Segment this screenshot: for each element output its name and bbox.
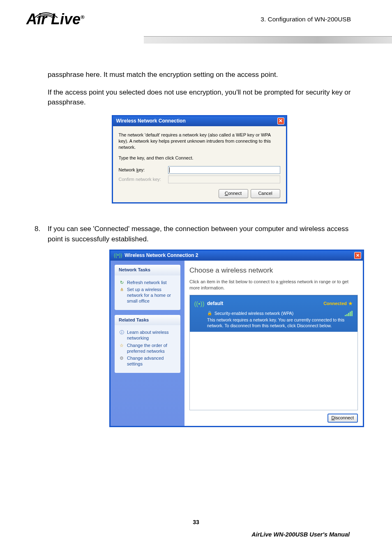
- logo-text: Air Live: [26, 11, 81, 28]
- refresh-network-list[interactable]: ↻ Refresh network list: [119, 280, 176, 286]
- window-title: Wireless Network Connection 2: [125, 252, 198, 259]
- wireless-connection-window: ((•)) Wireless Network Connection 2 ✕ Ne…: [109, 250, 364, 427]
- paragraph-noencryption: If the access point you selected does no…: [48, 88, 351, 108]
- network-item-default[interactable]: ((•)) default Connected ★ 🔒 Security-ena…: [190, 295, 357, 332]
- step-text: If you can see 'Connected' message, the …: [48, 224, 351, 244]
- connection-status: Connected ★: [323, 301, 353, 307]
- related-tasks-group: Related Tasks ⓘ Learn about wireless net…: [115, 315, 180, 373]
- confirm-key-input: [168, 176, 280, 183]
- disconnect-button[interactable]: Disconnect: [327, 414, 358, 423]
- page-number: 33: [0, 519, 392, 525]
- network-key-dialog: Wireless Network Connection ✕ The networ…: [112, 115, 287, 204]
- label-network-key: Network key:: [119, 167, 168, 173]
- dialog-hint: Type the key, and then click Connect.: [119, 155, 280, 161]
- setup-wireless-network[interactable]: ⋔ Set up a wireless network for a home o…: [119, 287, 176, 304]
- network-tasks-group: Network Tasks ↻ Refresh network list ⋔ S…: [115, 265, 180, 310]
- info-icon: ⓘ: [119, 330, 125, 335]
- close-button[interactable]: ✕: [354, 252, 361, 259]
- network-ssid: default: [207, 300, 323, 307]
- label-confirm-key: Confirm network key:: [119, 176, 168, 183]
- antenna-icon: ⋔: [119, 287, 125, 293]
- advanced-settings[interactable]: ⚙ Change advanced settings: [119, 356, 176, 367]
- lock-icon: 🔒: [207, 310, 212, 317]
- group-header: Network Tasks: [115, 265, 180, 275]
- tasks-sidebar: Network Tasks ↻ Refresh network list ⋔ S…: [111, 261, 184, 426]
- pane-subtext: Click an item in the list below to conne…: [189, 279, 358, 291]
- paragraph-passphrase: passphrase here. It must match the encry…: [48, 70, 351, 80]
- connect-button[interactable]: Connect: [219, 189, 248, 198]
- step-number: 8.: [35, 224, 48, 244]
- security-line: Security-enabled wireless network (WPA): [214, 310, 293, 317]
- antenna-icon: ((•)): [194, 298, 205, 309]
- network-list[interactable]: ((•)) default Connected ★ 🔒 Security-ena…: [189, 295, 358, 410]
- header-divider: [144, 36, 392, 44]
- group-header: Related Tasks: [115, 315, 180, 326]
- refresh-icon: ↻: [119, 280, 125, 286]
- star-icon: ★: [348, 301, 353, 307]
- gear-icon: ⚙: [119, 356, 125, 361]
- dialog-title: Wireless Network Connection: [116, 118, 186, 125]
- network-key-input[interactable]: [168, 166, 280, 174]
- main-pane: Choose a wireless network Click an item …: [184, 261, 363, 426]
- star-icon: ☆: [119, 343, 125, 349]
- dialog-description: The network 'default' requires a network…: [119, 132, 280, 150]
- signal-strength-icon: [345, 311, 353, 316]
- registered-mark: ®: [81, 14, 85, 20]
- window-titlebar[interactable]: ((•)) Wireless Network Connection 2 ✕: [111, 251, 363, 261]
- change-order[interactable]: ☆ Change the order of preferred networks: [119, 343, 176, 354]
- close-icon: ✕: [279, 118, 283, 125]
- learn-wireless[interactable]: ⓘ Learn about wireless networking: [119, 330, 176, 341]
- close-icon: ✕: [356, 252, 360, 259]
- breadcrumb: 3. Configuration of WN-200USB: [261, 16, 351, 23]
- network-description: This network requires a network key. You…: [207, 317, 353, 328]
- wireless-icon: ((•)): [114, 252, 122, 259]
- brand-logo: Air Live®: [26, 11, 85, 28]
- pane-heading: Choose a wireless network: [189, 266, 358, 276]
- cancel-button[interactable]: Cancel: [251, 189, 280, 198]
- dialog-titlebar[interactable]: Wireless Network Connection ✕: [113, 116, 286, 126]
- manual-title: AirLive WN-200USB User's Manual: [251, 531, 350, 538]
- close-button[interactable]: ✕: [277, 118, 284, 125]
